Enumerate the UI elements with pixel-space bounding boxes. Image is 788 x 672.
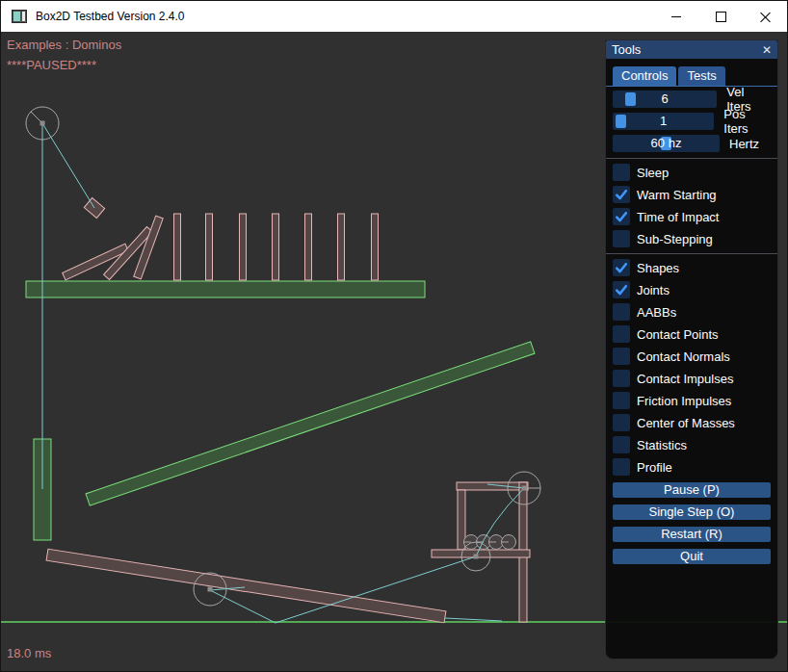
slider-row-hertz: 60 hzHertz: [613, 135, 771, 152]
warm-starting-checkbox[interactable]: Warm Starting: [613, 186, 771, 203]
app-icon: [12, 10, 27, 23]
standing-domino: [273, 214, 279, 280]
checkbox-box[interactable]: [613, 281, 630, 298]
checkbox-label: Warm Starting: [637, 188, 717, 202]
standing-domino: [305, 214, 312, 280]
checkbox-label: Friction Impulses: [637, 394, 731, 408]
check-icon: [614, 187, 629, 202]
maximize-button[interactable]: [698, 1, 743, 32]
tools-panel-close-icon[interactable]: ✕: [762, 44, 772, 56]
shapes-checkbox[interactable]: Shapes: [613, 259, 771, 276]
slider-row-vel-iters: 6Vel Iters: [613, 90, 771, 108]
checkbox-box[interactable]: [613, 370, 630, 387]
cradle-balls: [464, 535, 516, 550]
close-button[interactable]: [743, 1, 787, 32]
window-title: Box2D Testbed Version 2.4.0: [36, 10, 185, 23]
aabbs-checkbox[interactable]: AABBs: [613, 303, 771, 321]
slider-label: Hertz: [729, 137, 759, 151]
slider-value: 60 hz: [613, 135, 720, 152]
slider-row-pos-iters: 1Pos Iters: [613, 113, 771, 130]
checkbox-label: Center of Masses: [637, 416, 735, 430]
frame-top-bar: [457, 482, 528, 490]
checkbox-label: Contact Points: [637, 327, 719, 342]
example-label: Examples : Dominos: [7, 38, 121, 52]
joints-checkbox[interactable]: Joints: [613, 281, 771, 298]
checkbox-box[interactable]: [613, 208, 630, 225]
separator: [606, 253, 777, 254]
check-icon: [614, 260, 629, 275]
checkbox-box[interactable]: [613, 436, 630, 453]
pause-p-button[interactable]: Pause (P): [613, 482, 771, 498]
standing-domino: [372, 214, 379, 280]
checkbox-label: Contact Normals: [637, 349, 730, 364]
restart-r-button[interactable]: Restart (R): [613, 527, 771, 542]
checkbox-box[interactable]: [613, 458, 630, 476]
tab-tests[interactable]: Tests: [678, 66, 724, 86]
check-icon: [614, 282, 629, 297]
checkbox-label: Time of Impact: [637, 210, 719, 224]
checkbox-label: Contact Impulses: [637, 372, 733, 386]
checkbox-box[interactable]: [613, 164, 630, 181]
frame-shelf: [432, 550, 530, 557]
vel-iters-slider[interactable]: 6: [613, 90, 717, 108]
checkbox-group-1: ShapesJointsAABBsContact PointsContact N…: [613, 259, 771, 476]
center-of-masses-checkbox[interactable]: Center of Masses: [613, 414, 771, 431]
minimize-button[interactable]: [654, 1, 698, 32]
app-window: Box2D Testbed Version 2.4.0: [0, 0, 788, 672]
checkbox-box[interactable]: [613, 348, 630, 365]
tab-bar: ControlsTests: [606, 66, 777, 87]
checkbox-label: Statistics: [637, 438, 687, 452]
slider-label: Pos Iters: [723, 107, 771, 136]
tools-panel-title: Tools: [612, 42, 641, 57]
minimize-icon: [671, 16, 681, 17]
dynamic-bodies: [46, 198, 530, 623]
contact-points-checkbox[interactable]: Contact Points: [613, 325, 771, 343]
pos-iters-slider[interactable]: 1: [613, 113, 714, 130]
ground-joint: [445, 618, 502, 621]
friction-impulses-checkbox[interactable]: Friction Impulses: [613, 392, 771, 409]
slider-value: 1: [613, 113, 714, 130]
tilted-plank: [86, 342, 535, 505]
paused-label: ****PAUSED****: [7, 58, 96, 72]
contact-impulses-checkbox[interactable]: Contact Impulses: [613, 370, 771, 387]
checkbox-label: Shapes: [637, 261, 679, 275]
standing-domino: [240, 214, 247, 280]
pendulum-box-joint: [42, 123, 94, 208]
checkbox-box[interactable]: [613, 186, 630, 203]
separator: [606, 158, 777, 159]
checkbox-box[interactable]: [613, 230, 630, 247]
tools-panel-body: ControlsTests 6Vel Iters1Pos Iters60 hzH…: [606, 66, 777, 564]
checkbox-box[interactable]: [613, 303, 630, 321]
standing-domino: [174, 214, 181, 280]
quit-button[interactable]: Quit: [613, 549, 771, 564]
sub-stepping-checkbox[interactable]: Sub-Stepping: [613, 230, 771, 247]
simulation-canvas[interactable]: Examples : Dominos ****PAUSED**** 18.0 m…: [1, 32, 788, 672]
checkbox-label: AABBs: [637, 305, 676, 320]
time-of-impact-checkbox[interactable]: Time of Impact: [613, 208, 771, 225]
contact-normals-checkbox[interactable]: Contact Normals: [613, 348, 771, 365]
cradle-frame: [432, 482, 530, 622]
slider-value: 6: [613, 90, 717, 108]
sleep-checkbox[interactable]: Sleep: [613, 164, 771, 181]
statistics-checkbox[interactable]: Statistics: [613, 436, 771, 453]
hertz-slider[interactable]: 60 hz: [613, 135, 720, 152]
checkbox-label: Sleep: [637, 166, 669, 180]
checkbox-box[interactable]: [613, 325, 630, 343]
checkbox-label: Joints: [637, 283, 670, 297]
checkbox-box[interactable]: [613, 392, 630, 409]
window-controls: [654, 1, 787, 32]
checkbox-box[interactable]: [613, 259, 630, 276]
close-icon: [760, 12, 771, 22]
standing-domino: [338, 214, 345, 280]
single-step-o-button[interactable]: Single Step (O): [613, 504, 771, 520]
tools-panel: Tools ✕ ControlsTests 6Vel Iters1Pos Ite…: [605, 39, 778, 659]
sliders: 6Vel Iters1Pos Iters60 hzHertz: [613, 90, 771, 152]
checkbox-box[interactable]: [613, 414, 630, 431]
checkbox-label: Profile: [637, 460, 672, 475]
frame-time-label: 18.0 ms: [7, 646, 51, 660]
profile-checkbox[interactable]: Profile: [613, 458, 771, 476]
titlebar: Box2D Testbed Version 2.4.0: [1, 1, 787, 32]
action-buttons: Pause (P)Single Step (O)Restart (R)Quit: [613, 482, 771, 564]
tools-panel-titlebar[interactable]: Tools ✕: [606, 40, 777, 59]
tab-controls[interactable]: Controls: [613, 66, 676, 86]
